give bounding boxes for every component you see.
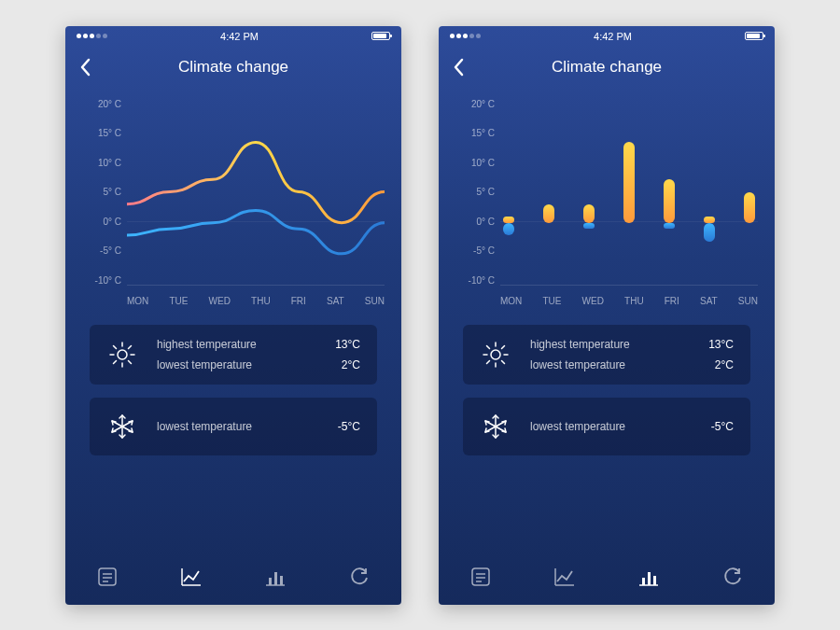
svg-line-24 xyxy=(487,345,490,348)
x-axis: MONTUEWEDTHUFRISATSUN xyxy=(500,296,758,306)
svg-rect-18 xyxy=(280,576,283,585)
svg-rect-31 xyxy=(472,568,489,585)
svg-line-27 xyxy=(502,345,505,348)
summary-card-sun[interactable]: highest temperature13°C lowest temperatu… xyxy=(90,325,377,385)
summary-card-sun[interactable]: highest temperature13°C lowest temperatu… xyxy=(463,325,750,385)
line-series xyxy=(127,99,385,285)
tab-line-chart[interactable] xyxy=(550,562,580,592)
svg-rect-37 xyxy=(653,576,656,585)
snowflake-icon xyxy=(106,411,138,442)
low-label: lowest temperature xyxy=(157,420,252,433)
y-axis: 20° C 15° C 10° C 5° C 0° C -5° C -10° C xyxy=(82,99,121,286)
clock: 4:42 PM xyxy=(594,31,632,42)
phone-line-view: 4:42 PM Climate change 20° C 15° C 10° C… xyxy=(65,26,401,605)
y-axis: 20° C 15° C 10° C 5° C 0° C -5° C -10° C xyxy=(455,99,495,286)
page-title: Climate change xyxy=(178,58,288,77)
low-label: lowest temperature xyxy=(530,358,625,371)
low-value: 2°C xyxy=(715,358,734,371)
low-value: -5°C xyxy=(338,420,360,433)
svg-line-25 xyxy=(502,360,505,363)
low-value: -5°C xyxy=(711,420,734,433)
back-button[interactable] xyxy=(452,58,465,81)
svg-rect-36 xyxy=(648,572,651,585)
bar-chart: 20° C 15° C 10° C 5° C 0° C -5° C -10° C… xyxy=(439,88,775,312)
summary-card-snow[interactable]: lowest temperature-5°C xyxy=(90,398,377,455)
chevron-left-icon xyxy=(452,58,465,77)
svg-rect-17 xyxy=(274,572,277,585)
high-label: highest temperature xyxy=(157,338,257,351)
tab-bar xyxy=(439,549,775,605)
battery-icon xyxy=(371,32,390,40)
signal-dots-icon xyxy=(77,34,107,38)
high-value: 13°C xyxy=(335,338,360,351)
header: Climate change xyxy=(439,47,775,88)
tab-bar-chart[interactable] xyxy=(260,562,290,592)
signal-dots-icon xyxy=(450,34,481,38)
summary-card-snow[interactable]: lowest temperature-5°C xyxy=(463,398,750,455)
svg-point-0 xyxy=(118,350,127,359)
summary-cards: highest temperature13°C lowest temperatu… xyxy=(65,312,401,455)
high-value: 13°C xyxy=(708,338,734,351)
summary-cards: highest temperature13°C lowest temperatu… xyxy=(439,312,775,455)
tab-list[interactable] xyxy=(466,562,496,592)
x-axis: MONTUEWEDTHUFRISATSUN xyxy=(127,296,385,306)
snowflake-icon xyxy=(480,411,511,442)
sun-icon xyxy=(106,339,138,371)
tab-refresh[interactable] xyxy=(718,562,748,592)
svg-line-26 xyxy=(487,360,490,363)
svg-rect-16 xyxy=(269,578,272,585)
clock: 4:42 PM xyxy=(220,31,259,42)
header: Climate change xyxy=(65,47,401,88)
tab-bar xyxy=(65,549,401,605)
svg-point-19 xyxy=(491,350,500,359)
page-title: Climate change xyxy=(552,58,662,77)
svg-rect-35 xyxy=(642,578,645,585)
svg-rect-12 xyxy=(99,568,116,585)
svg-line-7 xyxy=(114,360,117,363)
line-chart: 20° C 15° C 10° C 5° C 0° C -5° C -10° C… xyxy=(65,88,401,312)
sun-icon xyxy=(480,339,511,371)
status-bar: 4:42 PM xyxy=(439,26,775,47)
battery-icon xyxy=(745,32,763,40)
low-label: lowest temperature xyxy=(530,420,625,433)
tab-refresh[interactable] xyxy=(344,562,374,592)
tab-line-chart[interactable] xyxy=(176,562,206,592)
low-label: lowest temperature xyxy=(157,358,252,371)
tab-list[interactable] xyxy=(92,562,122,592)
back-button[interactable] xyxy=(78,58,91,81)
tab-bar-chart[interactable] xyxy=(634,562,664,592)
phone-bar-view: 4:42 PM Climate change 20° C 15° C 10° C… xyxy=(439,26,775,605)
svg-line-6 xyxy=(129,360,132,363)
svg-line-5 xyxy=(114,345,117,348)
status-bar: 4:42 PM xyxy=(65,26,401,47)
low-value: 2°C xyxy=(342,358,360,371)
high-label: highest temperature xyxy=(530,338,630,351)
chevron-left-icon xyxy=(78,58,91,77)
bar-series xyxy=(500,99,758,286)
svg-line-8 xyxy=(129,345,132,348)
